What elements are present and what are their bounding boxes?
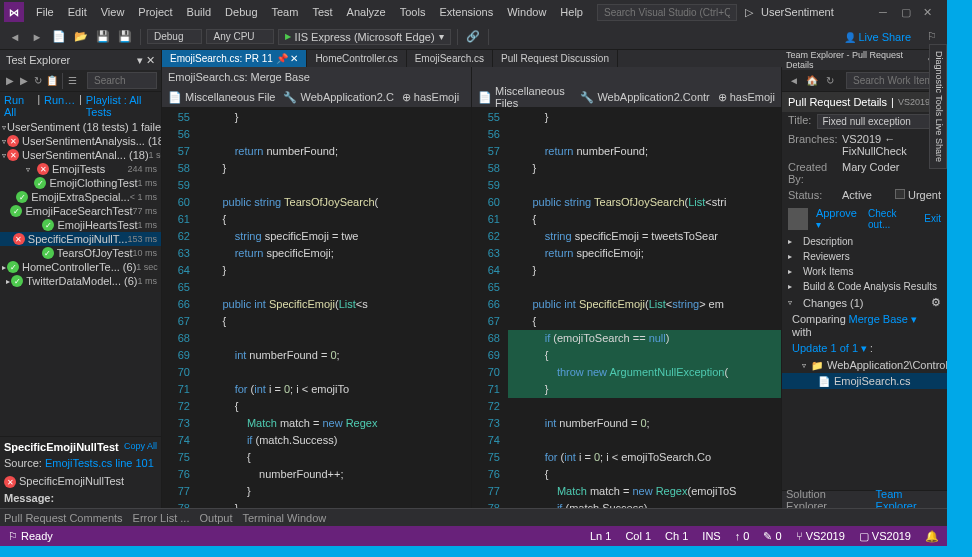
breadcrumb-file[interactable]: 📄 Miscellaneous File [168, 91, 275, 104]
menu-analyze[interactable]: Analyze [341, 4, 392, 20]
branch-indicator[interactable]: ⑂ VS2019 [796, 530, 845, 543]
sync-up[interactable]: ↑ 0 [735, 530, 750, 543]
document-tab[interactable]: EmojiSearch.cs [407, 50, 493, 67]
changes-settings-icon[interactable]: ⚙ [931, 296, 941, 309]
menu-team[interactable]: Team [266, 4, 305, 20]
col-indicator[interactable]: Col 1 [625, 530, 651, 543]
folder-node[interactable]: ▿📁 WebApplication2\Controllers [782, 357, 947, 373]
breadcrumb-project[interactable]: 🔧 WebApplication2.Contr [580, 91, 709, 104]
filter-icon[interactable]: ☰ [67, 73, 79, 89]
bottom-tab[interactable]: Pull Request Comments [4, 512, 123, 524]
ch-indicator[interactable]: Ch 1 [665, 530, 688, 543]
breadcrumb-method[interactable]: ⊕ hasEmoji [402, 91, 459, 104]
config-dropdown[interactable]: Debug [147, 29, 202, 44]
bottom-tab[interactable]: Error List ... [133, 512, 190, 524]
code-editor-left[interactable]: 5556575859606162636465666768697071727374… [162, 107, 471, 508]
test-node[interactable]: ▸✓TwitterDataModel... (6)1 ms [0, 274, 161, 288]
back-icon[interactable]: ◄ [786, 73, 802, 89]
save-all-icon[interactable]: 💾 [116, 28, 134, 46]
approve-button[interactable]: Approve ▾ [816, 207, 860, 230]
changes-section[interactable]: ▿Changes (1)⚙ [782, 294, 947, 311]
menu-project[interactable]: Project [132, 4, 178, 20]
live-share-button[interactable]: 👤 Live Share [844, 31, 919, 43]
save-icon[interactable]: 💾 [94, 28, 112, 46]
document-tab[interactable]: EmojiSearch.cs: PR 11 📌 ✕ [162, 50, 307, 67]
repo-indicator[interactable]: ▢ VS2019 [859, 530, 911, 543]
test-node[interactable]: ✓EmojiHeartsTest1 ms [0, 218, 161, 232]
breadcrumb-project[interactable]: 🔧 WebApplication2.C [283, 91, 393, 104]
te-section[interactable]: ▸Build & Code Analysis Results [782, 279, 947, 294]
launch-icon[interactable]: ▷ [745, 6, 753, 19]
te-section[interactable]: ▸Reviewers [782, 249, 947, 264]
urgent-checkbox[interactable] [895, 189, 905, 199]
test-link[interactable]: Playlist : All Tests [86, 94, 157, 118]
refresh-icon[interactable]: ↻ [822, 73, 838, 89]
test-node[interactable]: ✓TearsOfJoyTest10 ms [0, 246, 161, 260]
test-node[interactable]: ✕SpecificEmojiNullT...153 ms [0, 232, 161, 246]
created-by[interactable]: Mary Coder [842, 161, 899, 185]
home-icon[interactable]: 🏠 [804, 73, 820, 89]
test-summary[interactable]: ▿UserSentiment (18 tests) 1 failed [0, 120, 161, 134]
minimize-icon[interactable]: ─ [879, 6, 891, 18]
exit-button[interactable]: Exit [924, 213, 941, 224]
user-badge[interactable]: UserSentiment [755, 4, 840, 20]
playlist-icon[interactable]: 📋 [46, 73, 58, 89]
pr-title-input[interactable] [817, 114, 947, 129]
bottom-tab[interactable]: Terminal Window [242, 512, 326, 524]
sync-down[interactable]: ✎ 0 [763, 530, 781, 543]
menu-tools[interactable]: Tools [394, 4, 432, 20]
test-node[interactable]: ✓EmojiClothingTest1 ms [0, 176, 161, 190]
menu-window[interactable]: Window [501, 4, 552, 20]
run-icon[interactable]: ▶ [18, 73, 30, 89]
notification-icon[interactable]: 🔔 [925, 530, 939, 543]
open-icon[interactable]: 📂 [72, 28, 90, 46]
source-link[interactable]: EmojiTests.cs line 101 [45, 457, 154, 469]
nav-fwd-icon[interactable]: ► [28, 28, 46, 46]
test-search-input[interactable] [87, 72, 157, 89]
menu-extensions[interactable]: Extensions [433, 4, 499, 20]
test-node[interactable]: ▸✓HomeControllerTe... (6)1 sec [0, 260, 161, 274]
breadcrumb-file[interactable]: 📄 Miscellaneous Files [478, 85, 572, 109]
breadcrumb-method[interactable]: ⊕ hasEmoji [718, 91, 775, 104]
bottom-tab[interactable]: Output [199, 512, 232, 524]
test-node[interactable]: ▿✕UserSentimentAnal... (18)1 sec [0, 148, 161, 162]
line-indicator[interactable]: Ln 1 [590, 530, 611, 543]
run-all-icon[interactable]: ▶ [4, 73, 16, 89]
browser-link-icon[interactable]: 🔗 [464, 28, 482, 46]
team-explorer-tab[interactable]: Team Explorer [876, 488, 943, 509]
menu-file[interactable]: File [30, 4, 60, 20]
test-node[interactable]: ▿✕UserSentimentAnalysis... (18)1 sec [0, 134, 161, 148]
diagnostic-tools-tab[interactable]: Diagnostic Tools Live Share [929, 44, 947, 169]
document-tab[interactable]: HomeController.cs [307, 50, 406, 67]
document-tab[interactable]: Pull Request Discussion [493, 50, 618, 67]
close-icon[interactable]: ✕ [923, 6, 935, 18]
platform-dropdown[interactable]: Any CPU [206, 29, 273, 44]
menu-help[interactable]: Help [554, 4, 589, 20]
feedback-icon[interactable]: ⚐ [923, 28, 941, 46]
global-search-input[interactable] [597, 4, 737, 21]
menu-debug[interactable]: Debug [219, 4, 263, 20]
test-node[interactable]: ✓EmojiFaceSearchTest77 ms [0, 204, 161, 218]
start-debug-button[interactable]: ▶IIS Express (Microsoft Edge) ▾ [278, 29, 451, 45]
maximize-icon[interactable]: ▢ [901, 6, 913, 18]
te-section[interactable]: ▸Work Items [782, 264, 947, 279]
test-node[interactable]: ✓EmojiExtraSpecial...< 1 ms [0, 190, 161, 204]
ins-indicator[interactable]: INS [702, 530, 720, 543]
menu-build[interactable]: Build [181, 4, 217, 20]
menu-edit[interactable]: Edit [62, 4, 93, 20]
solution-explorer-tab[interactable]: Solution Explorer [786, 488, 866, 509]
nav-back-icon[interactable]: ◄ [6, 28, 24, 46]
pin-icon[interactable]: ▾ ✕ [137, 54, 155, 67]
merge-base-dropdown[interactable]: Merge Base ▾ [849, 313, 917, 325]
update-dropdown[interactable]: Update 1 of 1 ▾ [792, 342, 867, 354]
te-section[interactable]: ▸Description [782, 234, 947, 249]
refresh-icon[interactable]: ↻ [32, 73, 44, 89]
new-file-icon[interactable]: 📄 [50, 28, 68, 46]
menu-test[interactable]: Test [306, 4, 338, 20]
checkout-button[interactable]: Check out... [868, 208, 916, 230]
menu-view[interactable]: View [95, 4, 131, 20]
changed-file[interactable]: 📄 EmojiSearch.cs [782, 373, 947, 389]
copy-all-link[interactable]: Copy All [124, 441, 157, 451]
test-link[interactable]: Run… [44, 94, 75, 118]
test-node[interactable]: ▿✕EmojiTests244 ms [0, 162, 161, 176]
